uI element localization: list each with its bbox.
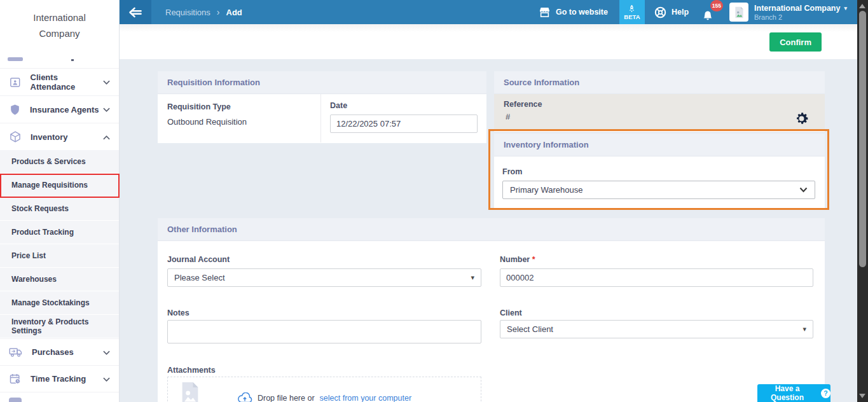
scrollbar-thumb[interactable] (859, 11, 866, 267)
chevron-up-icon (103, 131, 110, 142)
go-to-website-button[interactable]: Go to website (539, 6, 608, 18)
collapse-sidebar-button[interactable] (120, 0, 151, 24)
partial-icon (8, 57, 23, 61)
lifebuoy-icon (654, 6, 667, 19)
date-label: Date (330, 101, 478, 110)
sidebar-item-label: Purchases (32, 347, 74, 357)
reference-row: Reference # (494, 94, 825, 131)
select-from-computer-link[interactable]: select from your computer (320, 394, 412, 402)
subitem-label: Stock Requests (11, 204, 69, 213)
notification-count-badge: 155 (710, 0, 723, 11)
chevron-down-icon (103, 347, 110, 358)
insurance-agents-icon (9, 103, 21, 116)
sidebar-item-clients-attendance[interactable]: Clients Attendance (0, 68, 119, 95)
requisition-type-value: Outbound Requisition (167, 117, 311, 127)
sidebar-item-label: Clients Attendance (31, 73, 103, 92)
confirm-button[interactable]: Confirm (769, 32, 822, 52)
inventory-information-panel: Inventory Information From Primary Wareh… (494, 134, 825, 208)
sidebar-item-label: Time Tracking (31, 374, 86, 384)
sidebar-item-price-list[interactable]: Price List (0, 244, 119, 268)
sidebar-item-purchases[interactable]: Purchases (0, 338, 119, 365)
question-mark-icon: ? (821, 389, 830, 398)
from-label: From (502, 167, 816, 176)
sidebar-item-insurance-agents[interactable]: Insurance Agents (0, 95, 119, 123)
client-value: Select Client (507, 324, 553, 334)
sidebar-item-warehouses[interactable]: Warehouses (0, 268, 119, 291)
journal-account-select[interactable]: Please Select ▾ (167, 268, 481, 287)
panel-title: Source Information (494, 71, 825, 94)
sidebar: International Company Clients Attendance… (0, 0, 120, 402)
from-warehouse-select[interactable]: Primary Warehouse (502, 181, 815, 199)
sidebar-item-label: Inventory (31, 132, 68, 142)
notes-textarea[interactable] (167, 320, 481, 343)
purchases-icon (9, 346, 23, 358)
journal-account-value: Please Select (174, 273, 225, 282)
number-input[interactable] (500, 268, 813, 287)
page-toolbar: Confirm (120, 24, 857, 59)
avatar-image-icon (733, 6, 746, 19)
subitem-label: Manage Stocktakings (11, 298, 90, 307)
scroll-up-arrow[interactable] (859, 4, 865, 8)
reference-label: Reference (504, 100, 815, 109)
help-label: Help (672, 8, 689, 17)
notifications-button[interactable]: 155 (701, 3, 717, 22)
go-to-website-label: Go to website (556, 8, 608, 17)
have-a-question-button[interactable]: Have a Question ? (757, 384, 830, 402)
rocket-icon (628, 4, 636, 13)
requisition-type-label: Requisition Type (167, 102, 311, 111)
file-dropzone[interactable]: Drop file here or select from your compu… (167, 377, 481, 402)
sidebar-item-product-tracking[interactable]: Product Tracking (0, 221, 119, 244)
storefront-icon (539, 6, 551, 18)
panel-title: Other Information (158, 218, 825, 241)
required-asterisk: * (532, 255, 535, 264)
chevron-down-icon (103, 373, 110, 385)
back-arrow-icon (128, 6, 144, 19)
client-label: Client (500, 308, 522, 317)
cloud-upload-icon (237, 392, 252, 402)
drop-file-text: Drop file here or (258, 394, 315, 402)
sidebar-item-manage-stocktakings[interactable]: Manage Stocktakings (0, 291, 119, 315)
sidebar-partial-item-bottom[interactable] (0, 392, 119, 402)
gear-icon[interactable] (794, 111, 809, 129)
beta-label: BETA (624, 13, 640, 20)
chevron-down-icon (799, 187, 808, 193)
client-select[interactable]: Select Client ▾ (500, 320, 813, 338)
sidebar-item-stock-requests[interactable]: Stock Requests (0, 197, 119, 221)
help-button[interactable]: Help (654, 6, 689, 19)
breadcrumb-current: Add (226, 8, 242, 17)
subitem-label: Products & Services (11, 157, 86, 166)
company-avatar[interactable] (729, 3, 748, 22)
breadcrumb-requisitions[interactable]: Requisitions (165, 8, 210, 17)
subitem-label: Price List (11, 251, 46, 260)
main-content: Requisition Information Requisition Type… (120, 59, 857, 402)
attachments-label: Attachments (167, 366, 216, 375)
sidebar-partial-item[interactable] (0, 57, 119, 68)
subitem-label: Manage Requisitions (11, 181, 88, 190)
beta-button[interactable]: BETA (619, 0, 645, 24)
time-tracking-icon (9, 373, 22, 385)
company-branch-menu[interactable]: International Company ▾ Branch 2 (754, 4, 857, 21)
scroll-down-arrow[interactable] (859, 394, 865, 398)
chevron-down-icon (103, 76, 110, 88)
sidebar-item-inventory-products-settings[interactable]: Inventory & Products Settings (0, 315, 119, 338)
sidebar-item-time-tracking[interactable]: Time Tracking (0, 365, 119, 392)
other-information-panel: Other Information Journal Account Please… (158, 218, 825, 402)
vertical-scrollbar[interactable] (857, 0, 868, 402)
subitem-label: Warehouses (11, 275, 57, 284)
sidebar-company-title: International Company (0, 0, 119, 57)
date-input[interactable] (330, 114, 478, 133)
sidebar-item-inventory[interactable]: Inventory (0, 123, 119, 150)
panel-title: Requisition Information (158, 71, 486, 94)
have-a-question-label: Have a Question (757, 384, 817, 402)
clients-attendance-icon (9, 76, 22, 88)
inventory-icon (9, 130, 22, 143)
sidebar-item-products-services[interactable]: Products & Services (0, 150, 119, 174)
sidebar-item-manage-requisitions[interactable]: Manage Requisitions (0, 174, 119, 197)
sidebar-item-label: Insurance Agents (30, 105, 99, 114)
notes-label: Notes (167, 308, 189, 317)
subitem-label: Product Tracking (11, 228, 74, 237)
branch-name: Branch 2 (754, 13, 847, 21)
partial-icon (9, 398, 22, 402)
panel-title: Inventory Information (494, 134, 825, 156)
caret-down-icon: ▾ (803, 325, 806, 333)
